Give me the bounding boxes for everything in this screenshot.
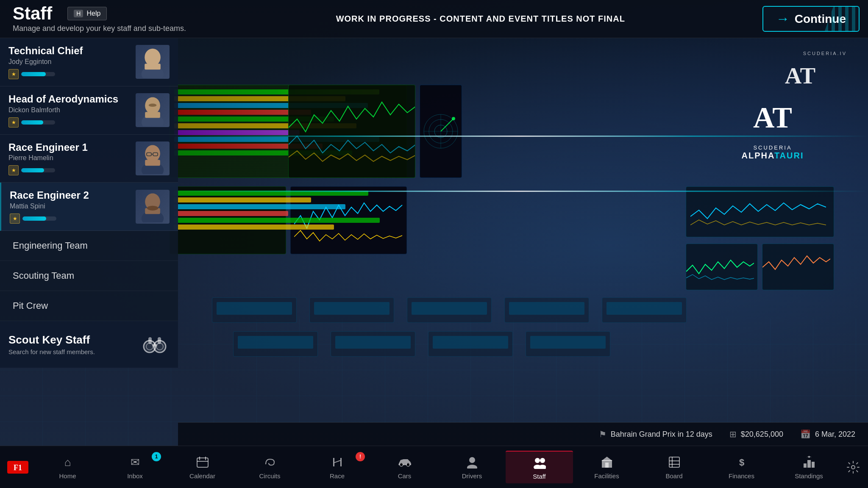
staff-card-race-eng-1[interactable]: Race Engineer 1 Pierre Hamelin ★ — [0, 135, 178, 183]
inbox-badge: 1 — [152, 452, 161, 461]
money-icon: ⊞ — [729, 429, 737, 439]
finances-icon: $ — [734, 455, 749, 470]
svg-rect-14 — [145, 112, 160, 118]
status-money: ⊞ $20,625,000 — [729, 429, 783, 439]
svg-point-9 — [145, 49, 161, 66]
submenu-scouting[interactable]: Scouting Team — [0, 261, 178, 291]
svg-point-59 — [851, 466, 855, 469]
staff-role-0: Technical Chief — [8, 45, 129, 57]
nav-item-facilities[interactable]: Facilities — [573, 451, 640, 483]
svg-rect-57 — [812, 462, 815, 468]
nav-wrapper-circuits: Circuits — [236, 451, 303, 483]
rating-fill-3 — [22, 216, 46, 221]
staff-info-aero: Head of Aerodynamics Dickon Balmforth ★ — [8, 93, 129, 128]
staff-avatar-1 — [136, 93, 170, 127]
nav-wrapper-race: Race ! — [303, 451, 371, 483]
svg-point-44 — [540, 458, 545, 463]
nav-item-staff[interactable]: Staff — [506, 451, 573, 483]
continue-button[interactable]: → Continue — [762, 6, 860, 32]
scout-desc: Search for new staff members. — [8, 348, 133, 355]
nav-label-calendar: Calendar — [189, 472, 215, 480]
help-key-badge: H — [74, 10, 83, 17]
header: Staff H Help Manage and develop your key… — [0, 0, 868, 38]
staff-card-race-eng-2[interactable]: Race Engineer 2 Mattia Spini ★ — [0, 183, 178, 231]
staff-name-0: Jody Egginton — [8, 58, 129, 66]
svg-rect-18 — [145, 160, 160, 166]
nav-item-board[interactable]: Board — [640, 451, 708, 483]
nav-label-circuits: Circuits — [259, 472, 280, 480]
svg-rect-30 — [152, 344, 157, 347]
rating-star-icon-0: ★ — [8, 69, 19, 79]
cars-icon — [397, 455, 412, 470]
calendar-nav-icon — [195, 455, 210, 470]
rating-fill-1 — [21, 120, 43, 125]
staff-avatar-0 — [136, 45, 170, 79]
staff-name-2: Pierre Hamelin — [8, 154, 129, 162]
binoculars-icon — [140, 330, 170, 359]
nav-item-finances[interactable]: $ Finances — [708, 451, 775, 483]
rating-bar-2 — [21, 168, 55, 172]
standings-icon — [801, 455, 817, 470]
svg-rect-11 — [145, 64, 161, 69]
submenu-engineering[interactable]: Engineering Team — [0, 231, 178, 261]
svg-rect-49 — [605, 463, 609, 468]
nav-item-calendar[interactable]: Calendar — [169, 451, 236, 483]
bottom-nav: F1 ⌂ Home ✉ Inbox 1 — [0, 446, 868, 488]
scout-key-staff[interactable]: Scout Key Staff Search for new staff mem… — [0, 321, 178, 368]
nav-label-cars: Cars — [398, 472, 412, 480]
staff-avatar-2 — [136, 141, 170, 175]
svg-marker-48 — [601, 457, 612, 461]
staff-role-2: Race Engineer 1 — [8, 141, 129, 154]
staff-rating-0: ★ — [8, 69, 129, 79]
page-title: Staff — [13, 5, 52, 22]
nav-wrapper-inbox: ✉ Inbox 1 — [101, 451, 169, 483]
nav-item-inbox[interactable]: ✉ Inbox 1 — [101, 451, 169, 483]
race-badge: ! — [356, 452, 365, 461]
help-button[interactable]: H Help — [67, 7, 107, 20]
status-money-text: $20,625,000 — [741, 430, 783, 439]
alphatauri-logo-upper: SCUDERIA.IV AT — [762, 51, 847, 102]
rating-star-icon-1: ★ — [8, 117, 19, 128]
nav-wrapper-home: ⌂ Home — [34, 451, 101, 483]
scout-info: Scout Key Staff Search for new staff mem… — [8, 333, 133, 355]
nav-wrapper-cars: Cars — [371, 451, 438, 483]
nav-item-standings[interactable]: Standings — [775, 451, 843, 483]
nav-item-home[interactable]: ⌂ Home — [34, 451, 101, 483]
rating-star-icon-2: ★ — [8, 165, 19, 175]
staff-role-1: Head of Aerodynamics — [8, 93, 129, 105]
staff-card-technical-chief[interactable]: Technical Chief Jody Egginton ★ — [0, 38, 178, 86]
light-strip-1 — [170, 136, 868, 137]
nav-item-race[interactable]: Race ! — [303, 451, 371, 483]
rating-bar-1 — [21, 120, 55, 125]
f1-logo: F1 — [0, 459, 34, 476]
bg-tables — [212, 297, 826, 424]
staff-info-race-eng-1: Race Engineer 1 Pierre Hamelin ★ — [8, 141, 129, 176]
circuits-icon — [262, 455, 278, 470]
submenu-pit-crew[interactable]: Pit Crew — [0, 291, 178, 321]
nav-wrapper-drivers: Drivers — [438, 451, 506, 483]
nav-label-staff: Staff — [533, 473, 546, 480]
nav-wrapper-staff: Staff — [506, 451, 573, 483]
staff-rating-2: ★ — [8, 165, 129, 175]
status-event: ⚑ Bahrain Grand Prix in 12 days — [599, 429, 712, 439]
svg-rect-50 — [669, 457, 679, 467]
svg-point-40 — [406, 463, 410, 466]
svg-rect-32 — [158, 337, 161, 344]
bottom-screens — [170, 186, 407, 254]
nav-item-circuits[interactable]: Circuits — [236, 451, 303, 483]
nav-label-standings: Standings — [795, 472, 823, 480]
settings-button[interactable] — [843, 457, 864, 478]
facilities-icon — [599, 455, 615, 470]
nav-label-inbox: Inbox — [127, 472, 143, 480]
rating-fill-0 — [21, 72, 46, 76]
nav-item-cars[interactable]: Cars — [371, 451, 438, 483]
screens-area — [170, 85, 551, 263]
rating-fill-2 — [21, 168, 44, 172]
status-event-text: Bahrain Grand Prix in 12 days — [611, 430, 712, 439]
staff-card-aero[interactable]: Head of Aerodynamics Dickon Balmforth ★ — [0, 86, 178, 135]
nav-item-drivers[interactable]: Drivers — [438, 451, 506, 483]
staff-role-3: Race Engineer 2 — [10, 189, 129, 202]
svg-rect-55 — [804, 463, 807, 468]
board-icon — [667, 455, 682, 470]
svg-text:F1: F1 — [14, 463, 22, 472]
